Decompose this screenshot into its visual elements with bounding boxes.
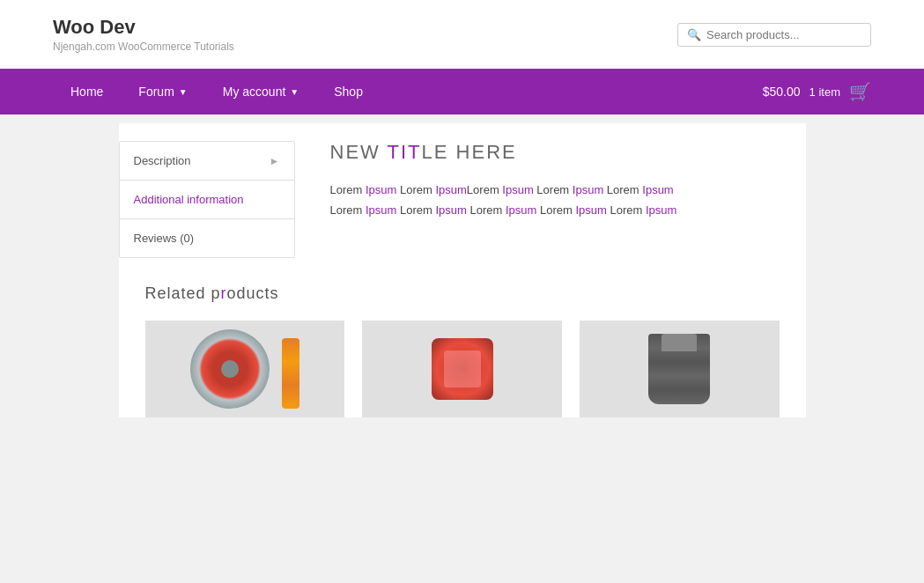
site-branding: Woo Dev Njengah.com WooCommerce Tutorial…: [53, 16, 234, 53]
chevron-down-icon: ▼: [179, 87, 188, 97]
product-card-1[interactable]: [145, 321, 345, 417]
site-title: Woo Dev: [53, 16, 234, 39]
sidebar-tabs: Description ► Additional information Rev…: [119, 141, 295, 258]
nav-item-home[interactable]: Home: [53, 69, 121, 114]
nav-item-forum[interactable]: Forum ▼: [121, 69, 204, 114]
search-input[interactable]: [706, 28, 861, 41]
site-header: Woo Dev Njengah.com WooCommerce Tutorial…: [0, 0, 924, 69]
product-title: NEW TITLE HERE: [330, 141, 806, 164]
air-filter-shape: [648, 334, 710, 404]
nav-link-myaccount[interactable]: My account ▼: [205, 69, 317, 114]
cart-amount: $50.00: [763, 85, 801, 99]
nav-link-shop[interactable]: Shop: [316, 69, 381, 114]
product-image-2: [362, 321, 562, 417]
product-card-2[interactable]: [362, 321, 562, 417]
nav-items: Home Forum ▼ My account ▼ Shop: [53, 69, 763, 114]
tab-description[interactable]: Description ►: [120, 142, 294, 181]
chevron-right-icon: ►: [270, 155, 280, 167]
tail-light-shape: [432, 338, 493, 400]
brake-disc-shape: [190, 329, 270, 409]
site-nav: Home Forum ▼ My account ▼ Shop: [0, 69, 924, 114]
related-products-title: Related products: [145, 284, 780, 303]
content-layout: Description ► Additional information Rev…: [119, 123, 806, 258]
related-products-section: Related products: [119, 258, 806, 417]
search-wrap[interactable]: 🔍: [677, 23, 871, 47]
cart-count: 1 item: [809, 85, 840, 99]
nav-link-home[interactable]: Home: [53, 69, 121, 114]
product-description: Lorem Ipsum Lorem IpsumLorem Ipsum Lorem…: [330, 180, 806, 221]
search-icon: 🔍: [687, 28, 701, 41]
tab-reviews[interactable]: Reviews (0): [120, 219, 294, 257]
chevron-down-icon: ▼: [290, 87, 299, 97]
brake-assembly: [190, 329, 299, 409]
tab-additional-info[interactable]: Additional information: [120, 181, 294, 219]
cart-icon[interactable]: 🛒: [849, 81, 871, 102]
product-image-3: [580, 321, 780, 417]
site-tagline: Njengah.com WooCommerce Tutorials: [53, 41, 234, 53]
products-grid: [145, 321, 780, 417]
nav-cart: $50.00 1 item 🛒: [763, 81, 871, 102]
nav-link-forum[interactable]: Forum ▼: [121, 69, 204, 114]
product-card-3[interactable]: [580, 321, 780, 417]
product-content-area: NEW TITLE HERE Lorem Ipsum Lorem IpsumLo…: [330, 123, 806, 258]
product-image-1: [145, 321, 345, 417]
nav-item-shop[interactable]: Shop: [316, 69, 381, 114]
main-wrapper: Description ► Additional information Rev…: [119, 123, 806, 417]
shock-absorber-shape: [282, 338, 299, 409]
nav-item-myaccount[interactable]: My account ▼: [205, 69, 317, 114]
page-wrapper: Woo Dev Njengah.com WooCommerce Tutorial…: [0, 0, 924, 583]
